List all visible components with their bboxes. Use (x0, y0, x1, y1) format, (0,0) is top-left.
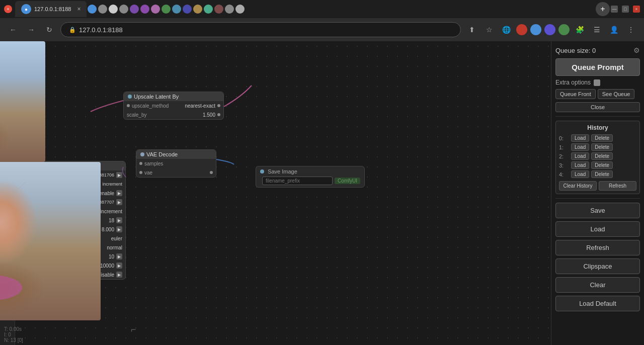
queue-front-button[interactable]: Queue Front (555, 89, 596, 99)
clipspace-button[interactable]: Clipspace (555, 258, 640, 274)
control-value: increment (102, 182, 122, 187)
history-load-btn-1[interactable]: Load (571, 143, 589, 151)
history-delete-btn-3[interactable]: Delete (591, 161, 613, 169)
ext-icon-8 (162, 5, 171, 14)
tab-title: 127.0.0.1:8188 (34, 6, 71, 12)
history-load-btn-0[interactable]: Load (571, 134, 589, 142)
history-item-3: 3: Load Delete (559, 161, 636, 169)
close-button[interactable]: Close (555, 102, 640, 112)
vae-label-1: samples (144, 161, 213, 166)
vae-label-2: vae (144, 170, 208, 176)
minimize-button[interactable]: — (611, 6, 618, 13)
address-bar[interactable]: 🔒 127.0.0.1:8188 (60, 22, 461, 37)
start-step-val: 10 (109, 254, 114, 260)
forward-button[interactable]: → (24, 23, 38, 37)
gear-icon[interactable]: ⚙ (633, 46, 640, 54)
queue-size-row: Queue size: 0 ⚙ (555, 45, 640, 55)
user-button[interactable]: 👤 (607, 23, 621, 37)
canvas-area[interactable]: aj.cl ulated thing necklace missing Upsc… (0, 41, 551, 345)
history-load-btn-3[interactable]: Load (571, 161, 589, 169)
browser-chrome: × ● 127.0.0.1:8188 × + — □ (0, 0, 644, 41)
share-button[interactable]: ⬆ (465, 23, 479, 37)
extensions-button[interactable]: 🧩 (573, 23, 587, 37)
scale-by-row: scale_by 1.500 (124, 110, 223, 119)
history-delete-btn-2[interactable]: Delete (591, 152, 613, 160)
upscale-node-title: Upscale Latent By (134, 94, 179, 100)
back-button[interactable]: ← (6, 23, 20, 37)
queue-prompt-button[interactable]: Queue Prompt (555, 58, 640, 76)
info1-status: I: 0 (4, 332, 23, 337)
history-section: History 0: Load Delete 1: Load Delete 2:… (555, 121, 640, 194)
clear-button[interactable]: Clear (555, 277, 640, 293)
cfg-arrow[interactable]: ▶ (116, 226, 122, 232)
history-actions-row: Clear History Refresh (559, 181, 636, 191)
steps-arrow[interactable]: ▶ (116, 217, 122, 223)
reload-button[interactable]: ↻ (42, 23, 56, 37)
translate-button[interactable]: 🌐 (499, 23, 513, 37)
close-window-button[interactable]: × (633, 6, 640, 13)
history-load-btn-4[interactable]: Load (571, 170, 589, 178)
profile-ext-icon (516, 24, 527, 35)
node-canvas[interactable]: aj.cl ulated thing necklace missing Upsc… (0, 41, 551, 345)
tab-close-button[interactable]: × (4, 5, 12, 13)
extra-options-row: Extra options (555, 79, 640, 86)
menu-button[interactable]: ⋮ (624, 23, 638, 37)
history-delete-btn-4[interactable]: Delete (591, 170, 613, 178)
noise-seed-arrow[interactable]: ▶ (116, 199, 122, 205)
history-delete-btn-0[interactable]: Delete (591, 134, 613, 142)
add-tab-button[interactable]: + (596, 2, 610, 16)
extra-options-checkbox[interactable] (594, 79, 600, 86)
vae-port-1 (139, 162, 142, 165)
ext-icon-15 (235, 5, 245, 14)
see-queue-button[interactable]: See Queue (598, 89, 635, 99)
clear-history-button[interactable]: Clear History (559, 181, 597, 191)
tab-title-close[interactable]: × (77, 6, 80, 13)
scale-by-label: scale_by (127, 112, 201, 118)
history-load-btn-2[interactable]: Load (571, 152, 589, 160)
save-image-node[interactable]: Save Image ComfyUI (256, 166, 365, 188)
filename-input[interactable] (262, 177, 333, 185)
vae-row-1: samples (136, 159, 216, 168)
ext-action-3 (558, 24, 570, 35)
active-tab[interactable]: ● 127.0.0.1:8188 × (15, 1, 87, 17)
ext-icon-11 (193, 5, 202, 14)
upscale-latent-node[interactable]: Upscale Latent By upscale_method nearest… (123, 92, 224, 120)
tab-favicon: ● (21, 4, 31, 14)
return-noise-val: disable (98, 272, 114, 278)
corner-bracket: ⌐ (131, 324, 136, 335)
url-text: 127.0.0.1:8188 (79, 26, 123, 34)
save-button[interactable]: Save (555, 203, 640, 218)
ext-icon-4 (119, 5, 128, 14)
queue-size-label: Queue size: 0 (555, 47, 596, 54)
load-default-button[interactable]: Load Default (555, 296, 640, 311)
ext-action-2 (544, 24, 555, 35)
history-delete-btn-1[interactable]: Delete (591, 143, 613, 151)
refresh-button[interactable]: Refresh (555, 240, 640, 255)
vae-port-2 (139, 171, 142, 174)
vae-decode-node[interactable]: VAE Decode samples vae (136, 149, 216, 178)
maximize-button[interactable]: □ (622, 6, 629, 13)
history-item-4: 4: Load Delete (559, 170, 636, 178)
load-button[interactable]: Load (555, 221, 640, 237)
history-item-1: 1: Load Delete (559, 143, 636, 151)
history-num-1: 1: (559, 144, 569, 150)
refresh-history-button[interactable]: Refresh (599, 181, 636, 191)
tab-bar: × ● 127.0.0.1:8188 × + — □ (0, 0, 644, 18)
history-item-2: 2: Load Delete (559, 152, 636, 160)
return-noise-arrow[interactable]: ▶ (116, 272, 122, 278)
bookmark-button[interactable]: ☆ (482, 23, 496, 37)
upscale-method-label: upscale_method (132, 103, 183, 109)
end-step-arrow[interactable]: ▶ (116, 263, 122, 269)
vae-node-dot (140, 152, 144, 156)
start-step-arrow[interactable]: ▶ (116, 253, 122, 260)
history-num-4: 4: (559, 171, 569, 178)
noise-arrow[interactable]: ▶ (116, 190, 122, 196)
port-out-2 (217, 113, 220, 116)
divider-2 (555, 198, 640, 199)
sampler-value: euler (111, 236, 122, 241)
seed-arrow[interactable]: ▶ (116, 172, 122, 178)
sidebar-button[interactable]: ☰ (590, 23, 604, 37)
upscale-method-row: upscale_method nearest-exact (124, 101, 223, 110)
ext-icon-10 (183, 5, 192, 14)
ext-icon-12 (204, 5, 213, 14)
